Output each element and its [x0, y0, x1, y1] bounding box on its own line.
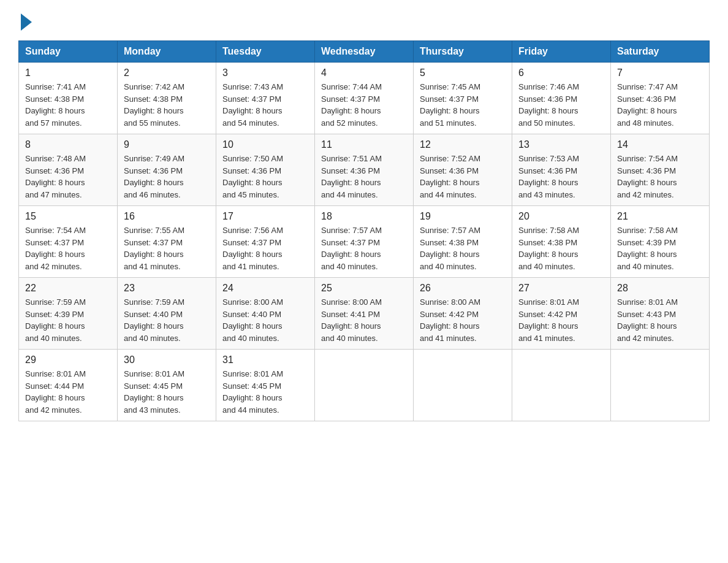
day-number: 14: [617, 139, 703, 150]
day-info: Sunrise: 7:59 AM Sunset: 4:39 PM Dayligh…: [25, 296, 111, 344]
calendar-day-cell: 24 Sunrise: 8:00 AM Sunset: 4:40 PM Dayl…: [216, 278, 315, 350]
calendar-week-row: 15 Sunrise: 7:54 AM Sunset: 4:37 PM Dayl…: [19, 206, 710, 278]
calendar-day-header: Sunday: [19, 41, 118, 63]
day-info: Sunrise: 8:01 AM Sunset: 4:42 PM Dayligh…: [518, 296, 604, 344]
day-number: 27: [518, 283, 604, 294]
calendar-day-cell: 1 Sunrise: 7:41 AM Sunset: 4:38 PM Dayli…: [19, 63, 118, 134]
day-info: Sunrise: 7:41 AM Sunset: 4:38 PM Dayligh…: [25, 81, 111, 129]
calendar-week-row: 22 Sunrise: 7:59 AM Sunset: 4:39 PM Dayl…: [19, 278, 710, 350]
calendar-day-cell: 17 Sunrise: 7:56 AM Sunset: 4:37 PM Dayl…: [216, 206, 315, 278]
day-info: Sunrise: 7:48 AM Sunset: 4:36 PM Dayligh…: [25, 153, 111, 201]
calendar-day-cell: 25 Sunrise: 8:00 AM Sunset: 4:41 PM Dayl…: [315, 278, 414, 350]
day-number: 4: [321, 67, 407, 79]
calendar-day-cell: 11 Sunrise: 7:51 AM Sunset: 4:36 PM Dayl…: [315, 134, 414, 206]
day-number: 8: [25, 139, 111, 150]
day-number: 3: [222, 67, 308, 79]
day-number: 10: [222, 139, 308, 150]
day-info: Sunrise: 8:01 AM Sunset: 4:45 PM Dayligh…: [222, 368, 308, 416]
logo: [18, 12, 32, 28]
calendar-day-cell: 31 Sunrise: 8:01 AM Sunset: 4:45 PM Dayl…: [216, 350, 315, 421]
day-info: Sunrise: 7:42 AM Sunset: 4:38 PM Dayligh…: [124, 81, 210, 129]
calendar-week-row: 8 Sunrise: 7:48 AM Sunset: 4:36 PM Dayli…: [19, 134, 710, 206]
day-number: 22: [25, 283, 111, 294]
calendar-day-cell: 13 Sunrise: 7:53 AM Sunset: 4:36 PM Dayl…: [512, 134, 611, 206]
calendar-day-cell: 18 Sunrise: 7:57 AM Sunset: 4:37 PM Dayl…: [315, 206, 414, 278]
day-number: 26: [420, 283, 506, 294]
calendar-day-cell: [315, 350, 414, 421]
day-info: Sunrise: 7:56 AM Sunset: 4:37 PM Dayligh…: [222, 224, 308, 272]
calendar-day-cell: 9 Sunrise: 7:49 AM Sunset: 4:36 PM Dayli…: [118, 134, 216, 206]
day-info: Sunrise: 8:00 AM Sunset: 4:41 PM Dayligh…: [321, 296, 407, 344]
calendar-day-cell: 2 Sunrise: 7:42 AM Sunset: 4:38 PM Dayli…: [118, 63, 216, 134]
calendar-day-cell: 16 Sunrise: 7:55 AM Sunset: 4:37 PM Dayl…: [118, 206, 216, 278]
day-info: Sunrise: 7:54 AM Sunset: 4:36 PM Dayligh…: [617, 153, 703, 201]
logo-arrow-icon: [21, 13, 32, 31]
calendar-day-cell: 8 Sunrise: 7:48 AM Sunset: 4:36 PM Dayli…: [19, 134, 118, 206]
day-info: Sunrise: 7:49 AM Sunset: 4:36 PM Dayligh…: [124, 153, 210, 201]
calendar-day-cell: 6 Sunrise: 7:46 AM Sunset: 4:36 PM Dayli…: [512, 63, 611, 134]
day-number: 17: [222, 211, 308, 222]
calendar-day-cell: 3 Sunrise: 7:43 AM Sunset: 4:37 PM Dayli…: [216, 63, 315, 134]
calendar-day-cell: 30 Sunrise: 8:01 AM Sunset: 4:45 PM Dayl…: [118, 350, 216, 421]
day-info: Sunrise: 7:58 AM Sunset: 4:38 PM Dayligh…: [518, 224, 604, 272]
day-number: 2: [124, 67, 210, 79]
day-info: Sunrise: 7:44 AM Sunset: 4:37 PM Dayligh…: [321, 81, 407, 129]
calendar-day-header: Friday: [512, 41, 611, 63]
day-number: 28: [617, 283, 703, 294]
day-info: Sunrise: 8:00 AM Sunset: 4:42 PM Dayligh…: [420, 296, 506, 344]
day-number: 19: [420, 211, 506, 222]
day-number: 13: [518, 139, 604, 150]
calendar-day-cell: 12 Sunrise: 7:52 AM Sunset: 4:36 PM Dayl…: [414, 134, 512, 206]
day-info: Sunrise: 7:51 AM Sunset: 4:36 PM Dayligh…: [321, 153, 407, 201]
calendar-day-cell: 7 Sunrise: 7:47 AM Sunset: 4:36 PM Dayli…: [611, 63, 710, 134]
day-number: 15: [25, 211, 111, 222]
day-info: Sunrise: 8:00 AM Sunset: 4:40 PM Dayligh…: [222, 296, 308, 344]
day-info: Sunrise: 8:01 AM Sunset: 4:43 PM Dayligh…: [617, 296, 703, 344]
calendar-week-row: 29 Sunrise: 8:01 AM Sunset: 4:44 PM Dayl…: [19, 350, 710, 421]
day-info: Sunrise: 7:47 AM Sunset: 4:36 PM Dayligh…: [617, 81, 703, 129]
day-number: 16: [124, 211, 210, 222]
day-info: Sunrise: 8:01 AM Sunset: 4:45 PM Dayligh…: [124, 368, 210, 416]
calendar-day-cell: 4 Sunrise: 7:44 AM Sunset: 4:37 PM Dayli…: [315, 63, 414, 134]
day-info: Sunrise: 7:53 AM Sunset: 4:36 PM Dayligh…: [518, 153, 604, 201]
calendar-day-cell: 14 Sunrise: 7:54 AM Sunset: 4:36 PM Dayl…: [611, 134, 710, 206]
page-header: [18, 12, 710, 28]
day-info: Sunrise: 7:57 AM Sunset: 4:37 PM Dayligh…: [321, 224, 407, 272]
day-info: Sunrise: 7:45 AM Sunset: 4:37 PM Dayligh…: [420, 81, 506, 129]
day-number: 24: [222, 283, 308, 294]
day-number: 21: [617, 211, 703, 222]
calendar-day-cell: 5 Sunrise: 7:45 AM Sunset: 4:37 PM Dayli…: [414, 63, 512, 134]
day-info: Sunrise: 7:59 AM Sunset: 4:40 PM Dayligh…: [124, 296, 210, 344]
calendar-day-cell: 26 Sunrise: 8:00 AM Sunset: 4:42 PM Dayl…: [414, 278, 512, 350]
calendar-day-header: Wednesday: [315, 41, 414, 63]
calendar-header-row: SundayMondayTuesdayWednesdayThursdayFrid…: [19, 41, 710, 63]
calendar-day-cell: 21 Sunrise: 7:58 AM Sunset: 4:39 PM Dayl…: [611, 206, 710, 278]
calendar-day-cell: 10 Sunrise: 7:50 AM Sunset: 4:36 PM Dayl…: [216, 134, 315, 206]
calendar-day-cell: 19 Sunrise: 7:57 AM Sunset: 4:38 PM Dayl…: [414, 206, 512, 278]
calendar-day-header: Tuesday: [216, 41, 315, 63]
day-info: Sunrise: 7:46 AM Sunset: 4:36 PM Dayligh…: [518, 81, 604, 129]
calendar-table: SundayMondayTuesdayWednesdayThursdayFrid…: [18, 40, 710, 421]
calendar-day-cell: 20 Sunrise: 7:58 AM Sunset: 4:38 PM Dayl…: [512, 206, 611, 278]
calendar-day-header: Saturday: [611, 41, 710, 63]
day-number: 30: [124, 354, 210, 366]
day-number: 20: [518, 211, 604, 222]
calendar-day-cell: 28 Sunrise: 8:01 AM Sunset: 4:43 PM Dayl…: [611, 278, 710, 350]
calendar-day-cell: [414, 350, 512, 421]
day-number: 5: [420, 67, 506, 79]
day-number: 23: [124, 283, 210, 294]
calendar-day-cell: 15 Sunrise: 7:54 AM Sunset: 4:37 PM Dayl…: [19, 206, 118, 278]
calendar-day-header: Monday: [118, 41, 216, 63]
calendar-day-cell: [611, 350, 710, 421]
calendar-day-cell: 22 Sunrise: 7:59 AM Sunset: 4:39 PM Dayl…: [19, 278, 118, 350]
day-number: 12: [420, 139, 506, 150]
day-info: Sunrise: 7:50 AM Sunset: 4:36 PM Dayligh…: [222, 153, 308, 201]
day-info: Sunrise: 7:58 AM Sunset: 4:39 PM Dayligh…: [617, 224, 703, 272]
day-info: Sunrise: 7:55 AM Sunset: 4:37 PM Dayligh…: [124, 224, 210, 272]
day-number: 29: [25, 354, 111, 366]
calendar-day-cell: 27 Sunrise: 8:01 AM Sunset: 4:42 PM Dayl…: [512, 278, 611, 350]
day-number: 18: [321, 211, 407, 222]
calendar-day-cell: [512, 350, 611, 421]
calendar-day-cell: 29 Sunrise: 8:01 AM Sunset: 4:44 PM Dayl…: [19, 350, 118, 421]
day-number: 11: [321, 139, 407, 150]
